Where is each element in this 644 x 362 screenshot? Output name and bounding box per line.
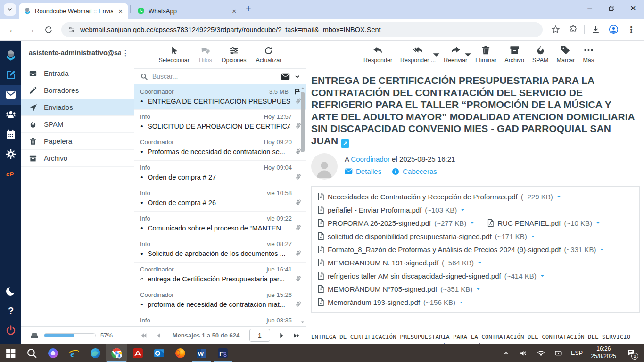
meet-now-icon[interactable] — [552, 344, 566, 362]
message-row[interactable]: Coordinador3.5 MB•ENTREGA DE CERTIFICACI… — [134, 84, 306, 110]
taskbar-edge-button[interactable] — [85, 344, 106, 362]
mail-toolbar-fire-button[interactable]: SPAM — [532, 45, 549, 64]
extensions-icon[interactable] — [565, 22, 581, 38]
attachment-item[interactable]: PROFORMA 26-2025-signed.pdf(~277 KB) — [317, 216, 475, 230]
profile-avatar[interactable] — [605, 22, 621, 38]
close-button[interactable]: × — [622, 0, 644, 16]
rail-dark-mode-button[interactable] — [0, 281, 21, 301]
folder-item-borradores[interactable]: Borradores — [21, 82, 134, 99]
taskbar-fes-button[interactable]: F — [212, 344, 233, 362]
mail-toolbar-more-button[interactable]: Más — [583, 45, 594, 64]
attachment-menu-caret-icon[interactable] — [595, 221, 601, 226]
taskbar-copilot-button[interactable] — [42, 344, 64, 362]
dropdown-caret-icon[interactable] — [462, 49, 473, 60]
restore-button[interactable] — [601, 0, 622, 16]
rail-settings-button[interactable] — [0, 144, 21, 164]
next-page-icon[interactable] — [278, 332, 285, 339]
attachment-item[interactable]: solicitud de disponibilidad presupuestar… — [317, 230, 536, 243]
attachment-item[interactable]: RUC PENAFIEL.pdf(~10 KB) — [487, 216, 601, 230]
attachment-item[interactable]: Formato_8_Razón de Proformas y Análisis … — [317, 243, 604, 256]
list-toolbar-refresh-button[interactable]: Actualizar — [256, 46, 282, 64]
attachment-menu-caret-icon[interactable] — [540, 273, 545, 279]
rail-roundcube-logo-button[interactable] — [0, 45, 21, 65]
search-input[interactable] — [152, 73, 277, 80]
taskbar-acrobat-button[interactable] — [127, 344, 149, 362]
attachment-menu-caret-icon[interactable] — [477, 260, 482, 265]
browser-tab[interactable]: Roundcube Webmail :: Enviados× — [19, 3, 128, 19]
tab-close-icon[interactable]: × — [116, 7, 124, 15]
rail-cpanel-button[interactable]: cP — [0, 164, 21, 184]
rail-logout-button[interactable] — [0, 321, 21, 340]
search-options-chevron-icon[interactable] — [294, 74, 300, 80]
list-scrollbar[interactable] — [300, 84, 305, 326]
address-bar[interactable]: webmail.sanjuan.gob.ec/cpsess7831249225/… — [61, 22, 543, 37]
attachment-name[interactable]: solicitud de disponibilidad presupuestar… — [328, 232, 492, 240]
tab-search-button[interactable] — [4, 3, 16, 16]
taskbar-chrome-button[interactable] — [106, 344, 127, 362]
list-toolbar-threads-button[interactable]: Hilos — [199, 46, 212, 64]
volume-icon[interactable] — [517, 344, 531, 362]
attachment-name[interactable]: Necesidades de Contratación y Recepción … — [328, 193, 518, 201]
taskbar-firefox-button[interactable] — [170, 344, 191, 362]
message-row[interactable]: Infovie 09:22•Comunicado sobre el proces… — [134, 212, 306, 237]
folder-item-entrada[interactable]: Entrada — [21, 65, 134, 82]
forward-button[interactable]: → — [23, 22, 39, 38]
dropdown-caret-icon[interactable] — [431, 49, 442, 60]
attachment-item[interactable]: MEMORÁNDUM Nº705-signed.pdf(~351 KB) — [317, 282, 481, 296]
page-input[interactable] — [249, 329, 270, 342]
cabeceras-link[interactable]: Cabeceras — [392, 167, 437, 175]
first-page-icon[interactable] — [140, 332, 148, 339]
message-row[interactable]: Infovie 10:58•Orden de compra # 26 — [134, 186, 306, 212]
attachment-menu-caret-icon[interactable] — [460, 207, 465, 213]
notification-center[interactable]: 2 — [622, 344, 639, 362]
attachment-menu-caret-icon[interactable] — [470, 221, 475, 226]
open-in-new-window-icon[interactable]: ↗ — [341, 139, 349, 148]
scrollbar-down-icon[interactable] — [300, 320, 305, 325]
message-row[interactable]: Coordinadorjue 15:26•proforma de necesid… — [134, 288, 306, 313]
attachment-name[interactable]: refrigerios taller AM sin discapacidad-s… — [328, 272, 501, 280]
attachment-name[interactable]: MEMORANDUM N. 191-signed.pdf — [328, 259, 438, 267]
message-row[interactable]: Infovie 08:27•Solicitud de aprobación de… — [134, 237, 306, 263]
attachment-item[interactable]: refrigerios taller AM sin discapacidad-s… — [317, 269, 545, 282]
recipient-link[interactable]: Coordinador — [351, 155, 390, 163]
wifi-icon[interactable] — [534, 344, 548, 362]
scrollbar-thumb[interactable] — [301, 92, 305, 152]
detalles-link[interactable]: Detalles — [345, 167, 381, 175]
new-tab-button[interactable]: + — [246, 3, 251, 14]
rail-calendar-button[interactable] — [0, 124, 21, 144]
message-row[interactable]: InfoHoy 09:04•Orden de compra # 27 — [134, 161, 306, 186]
tab-close-icon[interactable]: × — [230, 7, 238, 15]
attachment-name[interactable]: RUC PENAFIEL.pdf — [497, 219, 561, 227]
bookmark-star-icon[interactable] — [547, 22, 563, 38]
folder-item-papelera[interactable]: Papelera — [21, 133, 134, 150]
list-toolbar-options-button[interactable]: Opciones — [222, 46, 247, 64]
clock[interactable]: 16:2625/8/2025 — [588, 346, 619, 360]
taskbar-word-button[interactable]: W — [191, 344, 212, 362]
site-info-icon[interactable] — [68, 26, 75, 33]
scrollbar-up-icon[interactable] — [300, 85, 305, 91]
message-row[interactable]: InfoHoy 12:57•SOLICITUD DE APROBACION DE… — [134, 110, 306, 135]
attachment-menu-caret-icon[interactable] — [599, 247, 604, 252]
attachment-item[interactable]: Memorándum 193-signed.pdf(~156 KB) — [317, 296, 464, 309]
reload-button[interactable] — [41, 22, 57, 38]
attachment-item[interactable]: MEMORANDUM N. 191-signed.pdf(~564 KB) — [317, 256, 482, 269]
language-indicator[interactable]: ESP — [569, 350, 585, 356]
message-row[interactable]: CoordinadorHoy 09:20•Proformas de necesi… — [134, 135, 306, 161]
browser-menu-icon[interactable]: ••• — [623, 22, 639, 38]
taskbar-start-button[interactable] — [0, 344, 21, 362]
search-scope-mail-icon[interactable] — [281, 73, 290, 80]
tray-chevron-up-icon[interactable] — [499, 344, 513, 362]
back-button[interactable]: ← — [5, 22, 21, 38]
downloads-icon[interactable] — [587, 22, 603, 38]
rail-help-button[interactable]: ? — [0, 301, 21, 321]
attachment-name[interactable]: Memorándum 193-signed.pdf — [328, 298, 420, 306]
attachment-name[interactable]: Formato_8_Razón de Proformas y Análisis … — [328, 246, 561, 254]
attachment-menu-caret-icon[interactable] — [530, 234, 536, 239]
attachment-name[interactable]: PROFORMA 26-2025-signed.pdf — [328, 219, 431, 227]
mail-toolbar-reply-button[interactable]: Responder — [363, 45, 392, 64]
rail-compose-button[interactable] — [0, 65, 21, 85]
mail-toolbar-trash-button[interactable]: Eliminar — [475, 45, 496, 64]
prev-page-icon[interactable] — [155, 332, 163, 339]
last-page-icon[interactable] — [293, 332, 300, 339]
taskbar-outlook-button[interactable] — [149, 344, 170, 362]
